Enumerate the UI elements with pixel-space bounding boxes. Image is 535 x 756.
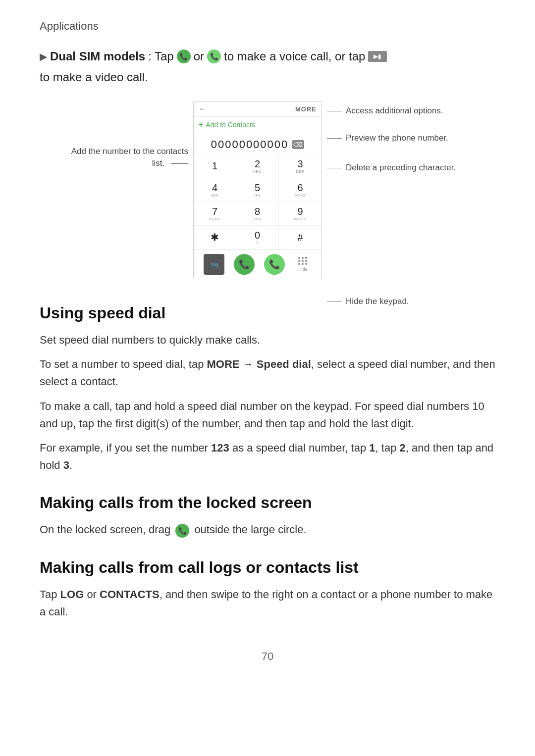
key-3[interactable]: 3DEF (279, 154, 321, 178)
page-number: 70 (40, 650, 495, 663)
annotation-more: Access additional options. (346, 106, 443, 116)
back-button[interactable]: ← (199, 104, 207, 113)
call-button-2[interactable]: 📞 (264, 254, 285, 275)
left-label-add: Add the number to the contacts list. (69, 146, 188, 169)
phone-icon-1: 📞 (177, 50, 191, 63)
key-6[interactable]: 6MNO (279, 178, 321, 202)
call-logs-heading: Making calls from call logs or contacts … (40, 558, 495, 577)
key-7[interactable]: 7PQRS (194, 202, 236, 226)
more-button[interactable]: MORE (295, 105, 317, 113)
call-button-1[interactable]: 📞 (234, 254, 255, 275)
add-contacts-label: Add to Contacts (206, 121, 255, 129)
breadcrumb: Applications (40, 20, 495, 33)
add-contacts-row[interactable]: + Add to Contacts (194, 117, 321, 133)
keypad: 1 2ABC 3DEF 4GHI 5JKL 6MNO 7PQRS 8TUV 9W… (194, 154, 321, 250)
dual-sim-text-after: to make a voice call, or tap (224, 48, 365, 65)
phone-icon-2: 📞 (207, 50, 221, 63)
speed-dial-para4: For example, if you set the number 123 a… (40, 439, 495, 474)
dual-sim-label: Dual SIM models (50, 48, 145, 65)
annotation-delete: Delete a preceding character. (346, 163, 456, 173)
key-4[interactable]: 4GHI (194, 178, 236, 202)
key-2[interactable]: 2ABC (236, 154, 279, 178)
key-star[interactable]: ✱ (194, 226, 236, 250)
section-locked-screen: Making calls from the locked screen On t… (40, 494, 495, 538)
section-speed-dial: Using speed dial Set speed dial numbers … (40, 304, 495, 474)
call-logs-para: Tap LOG or CONTACTS, and then swipe to t… (40, 586, 495, 620)
locked-phone-icon: 📞 (175, 524, 189, 538)
key-0[interactable]: 0+ (236, 226, 279, 250)
hide-keypad-button[interactable]: Hide (294, 257, 312, 272)
speed-dial-para3: To make a call, tap and hold a speed dia… (40, 398, 495, 432)
phone-ui: ← MORE + Add to Contacts 00000000000 1 2… (193, 101, 322, 279)
phone-header: ← MORE (194, 101, 321, 117)
key-hash[interactable]: # (279, 226, 321, 250)
annotation-preview: Preview the phone number. (346, 133, 448, 143)
annotation-hide: Hide the keypad. (346, 297, 409, 306)
section-call-logs: Making calls from call logs or contacts … (40, 558, 495, 620)
dual-sim-tap: : Tap (148, 48, 174, 65)
video-icon-inline: ▶▮ (368, 51, 387, 62)
phone-number-display: 00000000000 (194, 133, 321, 154)
dual-sim-or: or (194, 48, 204, 65)
speed-dial-para2: To set a number to speed dial, tap MORE … (40, 355, 495, 390)
delete-button[interactable] (292, 140, 304, 149)
locked-screen-heading: Making calls from the locked screen (40, 494, 495, 512)
key-8[interactable]: 8TUV (236, 202, 279, 226)
plus-icon: + (199, 120, 203, 129)
dual-sim-note: ▶ Dual SIM models: Tap 📞 or 📞 to make a … (40, 48, 495, 86)
dual-sim-text-end: to make a video call. (40, 68, 148, 86)
call-bar: 📹 📞 📞 Hide (194, 250, 321, 279)
key-1[interactable]: 1 (194, 154, 236, 178)
locked-screen-para: On the locked screen, drag 📞 outside the… (40, 521, 495, 538)
key-9[interactable]: 9WXYZ (279, 202, 321, 226)
phone-number-text: 00000000000 (211, 138, 289, 151)
speed-dial-para1: Set speed dial numbers to quickly make c… (40, 331, 495, 349)
diagram-area: Add the number to the contacts list. ← M… (40, 101, 495, 279)
video-call-button[interactable]: 📹 (204, 254, 224, 275)
key-5[interactable]: 5JKL (236, 178, 279, 202)
speed-dial-heading: Using speed dial (40, 304, 495, 322)
hide-label: Hide (298, 267, 308, 272)
